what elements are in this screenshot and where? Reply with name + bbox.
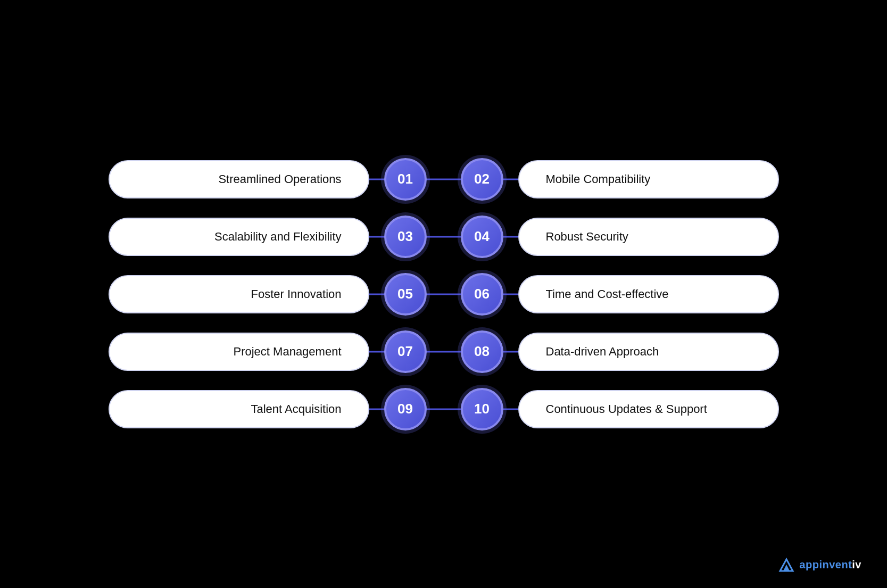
left-label-3: Foster Innovation xyxy=(251,287,342,301)
svg-marker-1 xyxy=(783,565,790,571)
left-label-1: Streamlined Operations xyxy=(218,172,341,186)
right-pill-2: Robust Security xyxy=(518,218,779,256)
right-label-4: Data-driven Approach xyxy=(546,345,659,359)
left-pill-3: Foster Innovation xyxy=(109,275,369,313)
circle-right-num-1: 02 xyxy=(474,171,490,187)
circle-left-num-2: 03 xyxy=(397,228,413,245)
left-label-4: Project Management xyxy=(234,345,342,359)
left-label-5: Talent Acquisition xyxy=(251,402,342,416)
main-container: Streamlined Operations 01 02 Mobile Comp… xyxy=(45,137,843,452)
right-pill-1: Mobile Compatibility xyxy=(518,160,779,198)
right-label-3: Time and Cost-effective xyxy=(546,287,669,301)
circle-right-2: 04 xyxy=(461,216,503,258)
circle-left-1: 01 xyxy=(384,158,427,201)
right-label-5: Continuous Updates & Support xyxy=(546,402,707,416)
circle-right-3: 06 xyxy=(461,273,503,316)
circle-left-num-4: 07 xyxy=(397,343,413,360)
feature-row-1: Streamlined Operations 01 02 Mobile Comp… xyxy=(45,158,843,201)
circle-left-num-3: 05 xyxy=(397,286,413,302)
feature-row-5: Talent Acquisition 09 10 Continuous Upda… xyxy=(45,388,843,430)
logo-icon xyxy=(778,556,795,573)
circle-left-4: 07 xyxy=(384,330,427,373)
left-pill-1: Streamlined Operations xyxy=(109,160,369,198)
circle-left-2: 03 xyxy=(384,216,427,258)
logo-area: appinventiv xyxy=(778,556,861,573)
right-label-2: Robust Security xyxy=(546,230,628,244)
circle-left-3: 05 xyxy=(384,273,427,316)
circle-right-5: 10 xyxy=(461,388,503,430)
feature-row-3: Foster Innovation 05 06 Time and Cost-ef… xyxy=(45,273,843,316)
circle-right-1: 02 xyxy=(461,158,503,201)
feature-row-4: Project Management 07 08 Data-driven App… xyxy=(45,330,843,373)
circle-left-num-1: 01 xyxy=(397,171,413,187)
circle-right-num-5: 10 xyxy=(474,401,490,417)
circle-left-num-5: 09 xyxy=(397,401,413,417)
left-label-2: Scalability and Flexibility xyxy=(214,230,341,244)
right-label-1: Mobile Compatibility xyxy=(546,172,651,186)
circle-right-num-2: 04 xyxy=(474,228,490,245)
left-pill-5: Talent Acquisition xyxy=(109,390,369,428)
logo-text: appinventiv xyxy=(799,559,861,571)
left-pill-2: Scalability and Flexibility xyxy=(109,218,369,256)
right-pill-3: Time and Cost-effective xyxy=(518,275,779,313)
circle-right-num-3: 06 xyxy=(474,286,490,302)
left-pill-4: Project Management xyxy=(109,333,369,371)
circle-right-num-4: 08 xyxy=(474,343,490,360)
right-pill-4: Data-driven Approach xyxy=(518,333,779,371)
circle-right-4: 08 xyxy=(461,330,503,373)
circle-left-5: 09 xyxy=(384,388,427,430)
right-pill-5: Continuous Updates & Support xyxy=(518,390,779,428)
feature-row-2: Scalability and Flexibility 03 04 Robust… xyxy=(45,216,843,258)
